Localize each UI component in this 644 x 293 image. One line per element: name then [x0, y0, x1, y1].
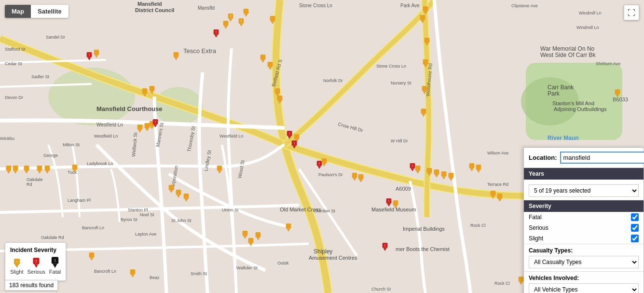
svg-text:!: ! — [289, 131, 290, 136]
svg-text:!: ! — [412, 164, 413, 168]
incident-marker-slight[interactable] — [93, 49, 100, 58]
incident-marker-slight[interactable] — [392, 200, 399, 209]
incident-marker-serious[interactable]: ! — [286, 130, 293, 139]
satellite-button[interactable]: Satellite — [31, 5, 69, 18]
incident-marker-slight[interactable] — [247, 237, 254, 246]
incident-marker-slight[interactable] — [5, 165, 12, 174]
location-input[interactable] — [560, 152, 644, 164]
incident-marker-serious[interactable]: ! — [291, 140, 298, 149]
svg-rect-120 — [425, 38, 430, 43]
svg-marker-138 — [288, 136, 291, 139]
incident-marker-slight[interactable] — [433, 169, 440, 178]
incident-marker-slight[interactable] — [222, 20, 229, 29]
incident-marker-slight[interactable]: ! — [238, 18, 245, 27]
fullscreen-button[interactable] — [624, 5, 639, 20]
svg-marker-101 — [95, 55, 98, 58]
incident-marker-slight[interactable] — [129, 269, 136, 278]
incident-marker-slight[interactable] — [414, 165, 421, 174]
incident-marker-slight[interactable] — [168, 184, 175, 193]
svg-text:Oakdale Rd: Oakdale Rd — [41, 235, 64, 240]
svg-text:!: ! — [384, 243, 385, 248]
svg-marker-187 — [394, 206, 397, 209]
incident-marker-slight[interactable] — [490, 190, 496, 199]
incident-marker-slight[interactable] — [285, 223, 292, 232]
incident-marker-slight[interactable] — [175, 189, 182, 198]
svg-text:West Side Of Carr Bk: West Side Of Carr Bk — [540, 52, 596, 58]
svg-text:W Hill Dr: W Hill Dr — [391, 139, 408, 143]
incident-marker-slight[interactable] — [468, 163, 475, 171]
incident-marker-slight[interactable] — [183, 193, 190, 202]
svg-text:Terrace Rd: Terrace Rd — [487, 182, 508, 187]
svg-text:District Council: District Council — [135, 7, 174, 13]
svg-marker-91 — [224, 26, 227, 29]
incident-marker-slight[interactable] — [141, 88, 148, 97]
incident-marker-slight[interactable] — [440, 171, 447, 180]
incident-marker-slight[interactable] — [137, 124, 143, 133]
svg-rect-211 — [497, 194, 503, 199]
svg-marker-218 — [131, 275, 134, 278]
svg-rect-213 — [615, 89, 620, 95]
svg-marker-105 — [150, 91, 153, 94]
incident-marker-serious[interactable]: ! — [86, 52, 93, 60]
svg-marker-160 — [359, 180, 362, 182]
svg-marker-109 — [261, 60, 264, 63]
svg-text:Adjoining Outbuildings: Adjoining Outbuildings — [554, 106, 607, 112]
svg-rect-196 — [89, 252, 95, 258]
svg-text:Old Market Cross: Old Market Cross — [280, 207, 321, 212]
incident-marker-serious[interactable]: ! — [385, 198, 392, 207]
incident-marker-slight[interactable] — [422, 6, 429, 14]
severity-fatal-label: Fatal — [529, 214, 542, 221]
svg-text:Milton St: Milton St — [63, 142, 80, 147]
incident-marker-slight[interactable] — [36, 165, 43, 174]
svg-text:Langham Pl: Langham Pl — [68, 198, 91, 203]
incident-marker-slight[interactable] — [419, 14, 426, 23]
casualty-select[interactable]: All Casualty Types Pedestrian Cyclist Mo… — [529, 256, 639, 268]
incident-marker-slight[interactable] — [422, 59, 429, 68]
incident-marker-slight[interactable] — [255, 232, 261, 240]
severity-slight-checkbox[interactable] — [631, 235, 639, 242]
incident-marker-slight[interactable] — [424, 37, 430, 46]
incident-marker-slight[interactable] — [260, 54, 266, 63]
incident-marker-slight[interactable] — [243, 8, 249, 17]
incident-marker-slight[interactable] — [426, 167, 433, 176]
incident-marker-slight[interactable] — [321, 158, 328, 167]
vehicle-select[interactable]: All Vehicle Types Car Motorcycle Bus Ped… — [529, 283, 639, 293]
casualty-section: Casualty Types: All Casualty Types Pedes… — [524, 244, 644, 271]
years-row: 5 of 19 years selected All years Last 5 … — [524, 180, 644, 200]
years-select[interactable]: 5 of 19 years selected All years Last 5 … — [529, 184, 639, 197]
incident-marker-slight[interactable] — [614, 89, 621, 98]
serious-label: Serious — [27, 269, 45, 275]
incident-marker-slight[interactable] — [475, 164, 482, 173]
map-button[interactable]: Map — [5, 5, 31, 18]
severity-fatal-checkbox[interactable] — [631, 213, 639, 221]
incident-marker-slight[interactable] — [173, 52, 179, 60]
map-type-bar: Map Satellite — [5, 5, 69, 18]
incident-marker-slight[interactable] — [420, 108, 427, 117]
incident-marker-slight[interactable] — [269, 15, 276, 24]
incident-marker-slight[interactable] — [71, 164, 78, 173]
incident-marker-serious[interactable]: ! — [213, 29, 219, 38]
incident-marker-serious[interactable]: ! — [382, 242, 388, 251]
incident-marker-slight[interactable] — [216, 165, 223, 174]
svg-marker-226 — [53, 264, 57, 268]
svg-marker-156 — [73, 170, 76, 173]
incident-marker-slight[interactable] — [88, 252, 95, 261]
svg-marker-177 — [477, 170, 480, 173]
incident-marker-slight[interactable] — [44, 165, 51, 174]
svg-text:Park: Park — [548, 90, 560, 97]
incident-marker-slight[interactable] — [448, 172, 454, 181]
incident-marker-slight[interactable] — [149, 85, 155, 94]
incident-marker-slight[interactable] — [276, 95, 283, 104]
incident-marker-slight[interactable] — [351, 172, 358, 181]
svg-marker-152 — [38, 171, 41, 174]
svg-rect-149 — [24, 166, 29, 171]
svg-text:Shirburn Ave: Shirburn Ave — [596, 61, 620, 66]
incident-marker-serious[interactable]: ! — [152, 119, 159, 127]
incident-marker-slight[interactable] — [357, 174, 364, 182]
incident-marker-slight[interactable] — [23, 165, 30, 174]
incident-marker-slight[interactable] — [496, 193, 503, 202]
incident-marker-slight[interactable] — [267, 61, 274, 70]
severity-serious-checkbox[interactable] — [631, 224, 639, 232]
incident-marker-slight[interactable] — [421, 85, 428, 94]
incident-marker-slight[interactable] — [12, 165, 19, 174]
